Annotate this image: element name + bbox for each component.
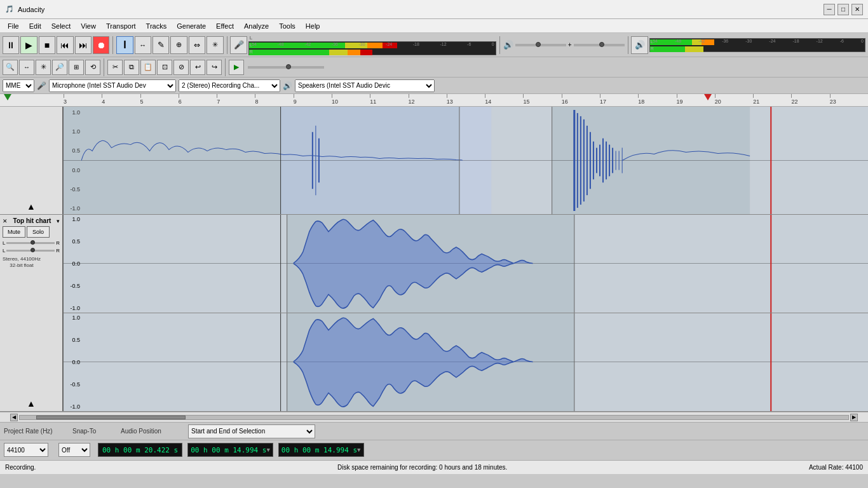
top-y-2: 0.5 <box>64 238 81 245</box>
record-button[interactable]: ⏺ <box>93 36 109 54</box>
menu-edit[interactable]: Edit <box>24 21 46 31</box>
api-select[interactable]: MME <box>3 79 34 92</box>
skip-start-button[interactable]: ⏮ <box>57 36 73 54</box>
zoom-toggle-button[interactable]: ⟲ <box>85 60 100 75</box>
output-monitor-button[interactable]: 🔊 <box>631 36 648 54</box>
menu-tracks[interactable]: Tracks <box>141 21 172 31</box>
track-2-scroll-up[interactable]: ▲ <box>27 398 36 409</box>
project-rate-select[interactable]: 44100 22050 48000 <box>4 443 48 457</box>
y-label-1.0: 1.0 <box>64 109 81 116</box>
track-2-solo-button[interactable]: Solo <box>27 226 50 238</box>
track-2-header: ✕ Top hit chart ▾ <box>3 217 60 224</box>
selection-tool-button[interactable]: I <box>116 36 133 54</box>
menu-view[interactable]: View <box>76 21 101 31</box>
fit-project-button[interactable]: ⊞ <box>69 60 84 75</box>
stop-button[interactable]: ■ <box>39 36 55 54</box>
input-monitor-button[interactable]: 🎤 <box>230 36 247 54</box>
pan-thumb <box>31 248 35 252</box>
menu-analyze[interactable]: Analyze <box>239 21 274 31</box>
play-green-button[interactable]: ▶ <box>229 60 244 75</box>
horizontal-scrollbar: ◀ ▶ <box>0 412 868 422</box>
menu-file[interactable]: File <box>3 21 24 31</box>
input-device-select[interactable]: Microphone (Intel SST Audio Dev <box>49 79 176 92</box>
fit-selection-button[interactable]: ↔ <box>19 60 34 75</box>
track-2-info: Stereo, 44100Hz 32-bit float <box>3 256 41 269</box>
scroll-right-button[interactable]: ▶ <box>850 414 858 421</box>
track-2-top-waveform <box>64 215 868 313</box>
trim-button[interactable]: ⊡ <box>157 60 172 75</box>
track-1-label: ▲ <box>0 107 64 214</box>
timeline-ruler: 3456789101112131415161718192021222324 <box>0 94 868 107</box>
track-2-mute-button[interactable]: Mute <box>3 226 25 238</box>
track-1-scroll-up[interactable]: ▲ <box>27 201 36 212</box>
paste-button[interactable]: 📋 <box>140 60 156 75</box>
envelope-tool-button[interactable]: ↔ <box>135 36 151 54</box>
undo-button[interactable]: ↩ <box>190 60 205 75</box>
copy-button[interactable]: ⧉ <box>124 60 139 75</box>
zoom-normal-button[interactable]: ✳ <box>36 60 51 75</box>
selection-end-display[interactable]: 00 h 00 m 14.994 s ▼ <box>278 443 364 457</box>
menu-help[interactable]: Help <box>301 21 325 31</box>
play-button[interactable]: ▶ <box>20 36 37 54</box>
app-icon: 🎵 <box>5 5 14 13</box>
selection-type-select[interactable]: Start and End of Selection Start and Len… <box>188 424 315 438</box>
track-2-bottom-waveform <box>64 313 868 411</box>
scroll-left-button[interactable]: ◀ <box>10 414 18 421</box>
app-title: Audacity <box>18 6 44 13</box>
playback-rate-slider[interactable] <box>248 66 324 69</box>
minimize-button[interactable]: ─ <box>824 4 835 15</box>
channels-select[interactable]: 2 (Stereo) Recording Cha... <box>179 79 280 92</box>
multi-tool-button[interactable]: ✳ <box>207 36 223 54</box>
menu-effect[interactable]: Effect <box>211 21 239 31</box>
track-2-gain-slider[interactable] <box>6 242 55 244</box>
hscroll-thumb[interactable] <box>36 416 186 419</box>
audio-position-label: Audio Position <box>121 428 178 435</box>
output-device-select[interactable]: Speakers (Intel SST Audio Devic <box>295 79 435 92</box>
menu-transport[interactable]: Transport <box>101 21 141 31</box>
maximize-button[interactable]: □ <box>837 4 849 15</box>
output-vu-r-bar <box>650 46 704 52</box>
hscroll-track[interactable] <box>19 415 849 420</box>
menu-tools[interactable]: Tools <box>274 21 301 31</box>
gain-speed-controls: 🔊 + <box>503 40 625 50</box>
zoom-out-button[interactable]: 🔎 <box>52 60 67 75</box>
status-center: Disk space remaining for recording: 0 ho… <box>337 464 507 471</box>
snap-to-select[interactable]: Off On <box>58 443 90 457</box>
bottom-row-2: 44100 22050 48000 Off On 00 h 00 m 20.42… <box>0 440 868 459</box>
track-2-gain-row: L R <box>3 240 60 246</box>
timeshift-tool-button[interactable]: ⇔ <box>189 36 205 54</box>
track-1-canvas[interactable]: 1.0 1.0 0.5 0.0 -0.5 -1.0 <box>64 107 868 214</box>
silence-button[interactable]: ⊘ <box>173 60 189 75</box>
audio-position-display: 00 h 00 m 20.422 s <box>98 443 182 457</box>
close-button[interactable]: ✕ <box>851 4 863 15</box>
bot-y-2: 0.5 <box>64 337 81 343</box>
track-1-waveform <box>64 107 868 214</box>
skip-end-button[interactable]: ⏭ <box>75 36 92 54</box>
separator-2 <box>227 36 227 54</box>
zoom-in-button[interactable]: 🔍 <box>3 60 18 75</box>
toolbar-row-1: ⏸ ▶ ■ ⏮ ⏭ ⏺ I ↔ ✎ ⊕ ⇔ ✳ 🎤 L -54 -48 -42 … <box>0 33 868 57</box>
track-2-close-button[interactable]: ✕ <box>3 218 8 224</box>
menu-generate[interactable]: Generate <box>172 21 211 31</box>
bot-y-5: -1.0 <box>64 403 81 410</box>
y-label-0.5: 0.5 <box>64 147 81 154</box>
selection-start-display[interactable]: 00 h 00 m 14.994 s ▼ <box>187 443 273 457</box>
bot-y-4: -0.5 <box>64 381 81 388</box>
titlebar-controls: ─ □ ✕ <box>824 4 863 15</box>
cut-button[interactable]: ✂ <box>107 60 123 75</box>
track-2-pan-slider[interactable] <box>6 250 55 252</box>
menubar: File Edit Select View Transport Tracks G… <box>0 19 868 33</box>
gain-l-label: L <box>3 240 5 246</box>
zoom-tool-button[interactable]: ⊕ <box>170 36 187 54</box>
track-2-waveform-area[interactable]: 1.0 0.5 0.0 -0.5 -1.0 <box>64 215 868 411</box>
draw-tool-button[interactable]: ✎ <box>153 36 169 54</box>
top-y-3: 0.0 <box>64 261 81 267</box>
gain-thumb <box>31 240 35 245</box>
y-label-neg0.5: -0.5 <box>64 186 81 193</box>
separator-3 <box>499 36 500 54</box>
track-2-collapse-button[interactable]: ▾ <box>57 218 60 224</box>
input-lr-label: L <box>250 35 252 41</box>
redo-button[interactable]: ↪ <box>207 60 222 75</box>
pause-button[interactable]: ⏸ <box>3 36 19 54</box>
menu-select[interactable]: Select <box>46 21 76 31</box>
